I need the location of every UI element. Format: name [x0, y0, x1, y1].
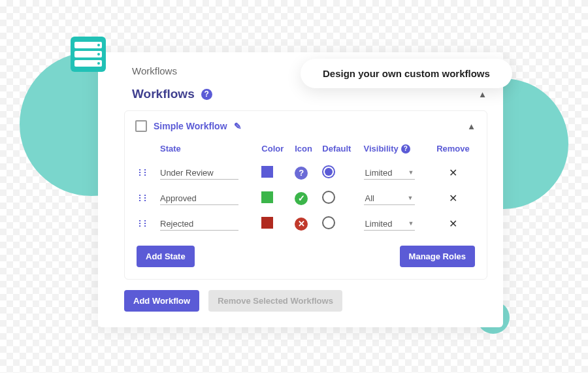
section-title: Workflows [132, 87, 195, 101]
default-radio[interactable] [322, 216, 335, 229]
close-icon[interactable]: ✕ [449, 193, 457, 204]
callout-banner: Design your own custom workflows [301, 59, 512, 88]
color-swatch[interactable] [261, 217, 273, 229]
manage-roles-button[interactable]: Manage Roles [400, 246, 475, 267]
workflow-name: Simple Workflow [154, 121, 227, 131]
default-radio[interactable] [322, 165, 335, 178]
state-input[interactable] [160, 167, 238, 180]
visibility-select[interactable]: Limited▼ [364, 167, 416, 180]
visibility-select[interactable]: Limited▼ [364, 218, 416, 231]
table-row: ⠇⠇?Limited▼✕ [135, 160, 476, 186]
workflow-panel: Simple Workflow ✎ ▴ State Color Icon Def… [124, 110, 487, 280]
table-row: ⠇⠇✕Limited▼✕ [135, 211, 476, 236]
server-icon [71, 37, 106, 72]
close-icon[interactable]: ✕ [449, 218, 457, 229]
check-icon[interactable]: ✓ [295, 192, 308, 205]
chevron-up-icon[interactable]: ▴ [480, 89, 485, 99]
color-swatch[interactable] [261, 191, 273, 203]
drag-handle-icon[interactable]: ⠇⠇ [138, 219, 148, 229]
col-color: Color [259, 140, 292, 160]
chevron-up-icon[interactable]: ▴ [469, 121, 474, 131]
pencil-icon[interactable]: ✎ [234, 121, 242, 131]
workflows-card: Workflows Workflows ? ▴ Simple Workflow … [98, 52, 503, 327]
col-visibility: Visibility [364, 144, 399, 154]
col-default: Default [319, 140, 361, 160]
help-icon[interactable]: ? [201, 89, 212, 100]
drag-handle-icon[interactable]: ⠇⠇ [138, 168, 148, 178]
help-icon[interactable]: ? [401, 144, 410, 154]
add-workflow-button[interactable]: Add Workflow [124, 290, 199, 312]
add-state-button[interactable]: Add State [137, 246, 195, 267]
section-header[interactable]: Workflows ? ▴ [132, 87, 487, 101]
workflow-checkbox[interactable] [135, 120, 147, 132]
table-row: ⠇⠇✓All▼✕ [135, 186, 476, 211]
drag-handle-icon[interactable]: ⠇⠇ [138, 193, 148, 204]
help-icon[interactable]: ? [295, 167, 308, 180]
col-remove: Remove [430, 140, 476, 160]
x-icon[interactable]: ✕ [295, 218, 308, 231]
state-input[interactable] [160, 192, 238, 205]
color-swatch[interactable] [261, 166, 273, 178]
default-radio[interactable] [322, 191, 335, 204]
col-state: State [157, 140, 259, 160]
visibility-select[interactable]: All▼ [364, 192, 415, 205]
states-table: State Color Icon Default Visibility ? Re… [135, 140, 476, 236]
close-icon[interactable]: ✕ [449, 167, 457, 178]
remove-workflows-button[interactable]: Remove Selected Workflows [208, 290, 342, 312]
state-input[interactable] [160, 218, 238, 231]
col-icon: Icon [292, 140, 319, 160]
